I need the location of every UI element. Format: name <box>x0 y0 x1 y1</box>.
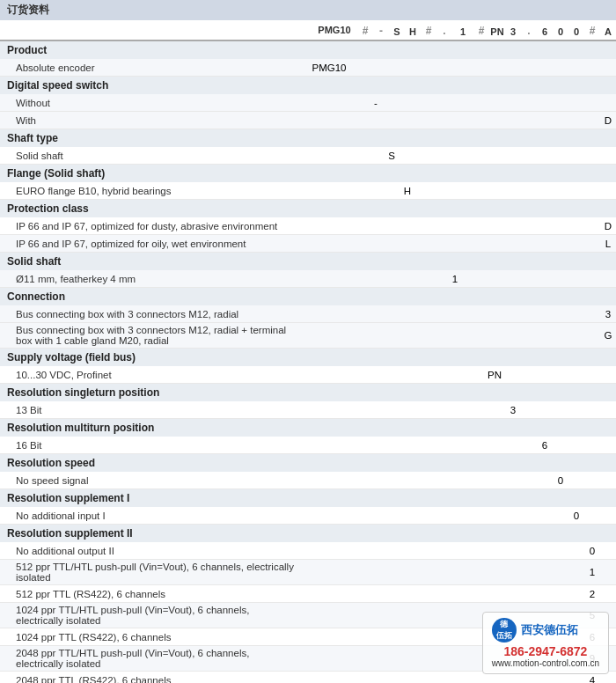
code-col-7 <box>447 224 463 228</box>
code-col-10: 3 <box>505 403 521 417</box>
code-col-14 <box>568 154 584 158</box>
code-col-9 <box>484 570 505 574</box>
code-col-8 <box>463 444 484 447</box>
code-col-12 <box>537 592 553 596</box>
code-col-6 <box>431 479 447 482</box>
code-col-11 <box>521 479 537 482</box>
code-col-7 <box>447 119 463 122</box>
code-col-7 <box>447 514 463 518</box>
code-col-10 <box>505 189 521 193</box>
code-col-12 <box>537 408 553 412</box>
code-col-15 <box>584 334 600 337</box>
code-col-14 <box>568 570 584 574</box>
code-col-4 <box>400 657 415 660</box>
code-col-4 <box>400 224 415 228</box>
code-col-0: PMG10 <box>306 61 352 75</box>
code-col-4 <box>400 592 415 596</box>
code-col-9 <box>484 334 505 337</box>
row-label: 16 Bit <box>0 438 306 452</box>
code-col-3 <box>384 635 400 639</box>
code-col-12 <box>537 242 553 246</box>
codes-area: PN <box>306 368 616 382</box>
code-col-13: 0 <box>553 474 568 488</box>
row-label: 512 ppr TTL (RS422), 6 channels <box>0 587 306 601</box>
code-col-9 <box>484 408 505 412</box>
code-col-2 <box>368 242 384 246</box>
code-col-16 <box>600 679 616 682</box>
code-col-6 <box>431 242 447 246</box>
row-label: 1024 ppr TTL/HTL push-pull (Vin=Vout), 6… <box>0 603 306 628</box>
code-col-8 <box>463 101 484 105</box>
code-col-3 <box>384 189 400 193</box>
code-col-7 <box>447 657 463 660</box>
code-col-11 <box>521 189 537 193</box>
code-col-13 <box>553 119 568 122</box>
code-col-11 <box>521 312 537 316</box>
codes-area: 1 <box>306 565 616 579</box>
code-col-4 <box>400 613 415 617</box>
code-col-5 <box>415 657 431 660</box>
code-col-0 <box>306 479 352 482</box>
code-col-4: H <box>400 184 415 198</box>
code-col-4 <box>400 242 415 246</box>
code-col-8 <box>463 224 484 228</box>
code-col-7 <box>447 444 463 447</box>
code-col-9 <box>484 119 505 122</box>
code-col-1 <box>352 154 368 158</box>
code-col-11 <box>521 592 537 596</box>
row-label: 2048 ppr TTL/HTL push-pull (Vin=Vout), 6… <box>0 646 306 671</box>
code-col-3 <box>384 479 400 482</box>
code-col-5 <box>415 334 431 337</box>
code-col-10 <box>505 277 521 281</box>
code-col-8 <box>463 613 484 617</box>
code-col-5 <box>415 189 431 193</box>
code-col-6 <box>431 101 447 105</box>
code-col-15 <box>584 119 600 122</box>
code-col-10 <box>505 334 521 337</box>
code-col-3 <box>384 334 400 337</box>
code-col-12 <box>537 549 553 553</box>
codes-area: G <box>306 328 616 342</box>
section-header-protection: Protection class <box>0 200 616 217</box>
code-col-16 <box>600 514 616 518</box>
code-col-7 <box>447 479 463 482</box>
table-row: Bus connecting box with 3 connectors M12… <box>0 305 616 323</box>
code-col-2 <box>368 277 384 281</box>
watermark-logo: 德伍拓 西安德伍拓 <box>492 618 599 643</box>
code-col-9 <box>484 189 505 193</box>
code-col-4 <box>400 101 415 105</box>
code-col-14 <box>568 479 584 482</box>
code-col-15 <box>584 408 600 412</box>
code-col-2 <box>368 154 384 158</box>
code-col-7 <box>447 570 463 574</box>
code-col-14 <box>568 592 584 596</box>
code-col-16: D <box>600 219 616 233</box>
code-col-16: D <box>600 114 616 128</box>
code-col-7 <box>447 66 463 70</box>
code-col-9 <box>484 224 505 228</box>
code-col-13 <box>553 189 568 193</box>
table-row: 10...30 VDC, ProfinetPN <box>0 366 616 384</box>
code-col-11 <box>521 154 537 158</box>
code-col-11 <box>521 334 537 337</box>
code-col-6 <box>431 224 447 228</box>
code-col-1 <box>352 657 368 660</box>
code-col-15: 2 <box>584 587 600 601</box>
code-col-7 <box>447 679 463 682</box>
section-header-digital-speed: Digital speed switch <box>0 77 616 94</box>
code-col-14 <box>568 189 584 193</box>
code-col-9 <box>484 66 505 70</box>
column-header-row: PMG10 # - S H # . 1 # PN 3 . 6 0 0 # A <box>0 20 616 41</box>
table-row: 13 Bit3 <box>0 401 616 419</box>
code-col-13 <box>553 334 568 337</box>
code-col-0 <box>306 613 352 617</box>
code-col-3 <box>384 514 400 518</box>
code-col-1 <box>352 549 368 553</box>
code-col-12 <box>537 224 553 228</box>
code-col-12 <box>537 189 553 193</box>
code-col-15 <box>584 66 600 70</box>
row-label: With <box>0 114 306 128</box>
section-header-res-single: Resolution singleturn position <box>0 384 616 401</box>
code-col-5 <box>415 635 431 639</box>
code-col-11 <box>521 408 537 412</box>
